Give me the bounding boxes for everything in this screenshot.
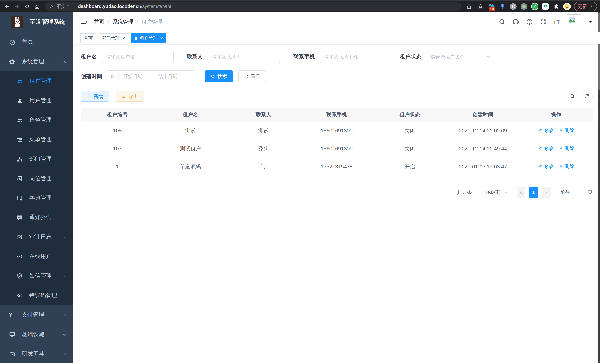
command-extension-icon[interactable]: [509, 3, 517, 10]
refresh-table-button[interactable]: [581, 91, 593, 102]
tab-租户管理[interactable]: 租户管理×: [131, 33, 166, 43]
create-time-range-picker[interactable]: -: [107, 71, 196, 82]
y-extension-icon[interactable]: Y: [531, 3, 538, 10]
app-logo[interactable]: 芋道管理系统: [0, 11, 73, 32]
mobile-input[interactable]: [320, 51, 387, 63]
chrome-update-button[interactable]: 更新: [574, 2, 597, 11]
tab-首页[interactable]: 首页: [80, 33, 96, 43]
url-path: /system/tenant: [141, 4, 171, 9]
status-select-input[interactable]: [426, 51, 494, 63]
reset-button[interactable]: 重置: [238, 71, 266, 82]
org-tree-icon: [16, 156, 23, 162]
delete-tenant-link[interactable]: 删除: [559, 145, 574, 152]
fullscreen-icon[interactable]: [540, 18, 547, 25]
sidebar-item-部门管理[interactable]: 部门管理: [0, 149, 73, 169]
contact-input[interactable]: [208, 51, 280, 63]
breadcrumb-home[interactable]: 首页: [94, 18, 104, 25]
sidebar-item-支付管理[interactable]: ¥支付管理: [0, 305, 73, 325]
refresh-icon: [584, 93, 590, 99]
avatar-caret-down-icon[interactable]: [588, 19, 593, 24]
pinned-extension-icon[interactable]: 10: [488, 3, 495, 10]
status-label: 租户状态: [400, 53, 421, 60]
next-page-button[interactable]: [542, 187, 551, 198]
filter-row-1: 租户名 联系人 联系手机 租户状态: [81, 51, 593, 63]
browser-home-icon[interactable]: [33, 2, 41, 10]
prev-page-button[interactable]: [516, 187, 525, 198]
delete-tenant-link[interactable]: 删除: [559, 127, 574, 134]
goto-label: 前往: [560, 189, 570, 196]
filter-row-2: 创建时间 - 搜索 重置: [81, 71, 593, 82]
kebab-menu-icon[interactable]: [589, 4, 594, 9]
browser-reload-icon[interactable]: [23, 2, 31, 10]
sidebar-item-通知公告[interactable]: 通知公告: [0, 208, 73, 227]
chevron-right-icon: [544, 190, 549, 195]
sidebar-item-系统管理[interactable]: 系统管理: [0, 52, 73, 71]
status-select[interactable]: [426, 51, 494, 63]
user-avatar[interactable]: [567, 14, 581, 29]
sidebar-menu: 首页系统管理租户管理用户管理角色管理菜单管理部门管理岗位管理字典管理通知公告审计…: [0, 32, 73, 363]
start-date-input[interactable]: [118, 74, 148, 79]
chat-extension-icon[interactable]: [542, 3, 549, 10]
sidebar-item-字典管理[interactable]: 字典管理: [0, 188, 73, 208]
address-bar[interactable]: 不安全 dashboard.yudao.iocoder.cn/system/te…: [45, 2, 461, 10]
sidebar-item-研发工具[interactable]: 研发工具: [0, 344, 73, 363]
balloon-extension-icon[interactable]: [499, 3, 506, 10]
page-number-1[interactable]: 1: [529, 187, 538, 198]
sidebar-item-在线用户[interactable]: 在线用户: [0, 247, 73, 266]
tab-部门管理[interactable]: 部门管理×: [99, 33, 129, 43]
goto-page-input[interactable]: [573, 187, 585, 198]
logo-rabbit-icon: [11, 16, 23, 28]
download-icon: [121, 94, 126, 99]
app-title: 芋道管理系统: [30, 18, 65, 26]
edit-tenant-link[interactable]: 修改: [538, 127, 553, 134]
export-button[interactable]: 导出: [116, 91, 144, 102]
edit-tenant-link[interactable]: 修改: [538, 163, 553, 170]
sidebar-item-首页[interactable]: 首页: [0, 32, 73, 52]
search-icon[interactable]: [498, 18, 506, 25]
edit-tenant-link[interactable]: 修改: [538, 145, 553, 152]
tenant-name-input[interactable]: [102, 51, 174, 63]
scrollbar-thumb[interactable]: [598, 13, 600, 91]
url-text: dashboard.yudao.iocoder.cn/system/tenant: [78, 4, 171, 9]
browser-back-icon[interactable]: [3, 2, 11, 10]
sidebar-item-错误码管理[interactable]: 错误码管理: [0, 286, 73, 305]
sidebar-item-岗位管理[interactable]: 岗位管理: [0, 169, 73, 188]
delete-tenant-link[interactable]: 删除: [559, 163, 574, 170]
font-size-icon[interactable]: ᴛT: [553, 19, 560, 25]
column-header: 租户编号: [81, 108, 154, 122]
search-icon: [570, 93, 575, 99]
scrollbar[interactable]: [598, 11, 600, 363]
add-button[interactable]: 新增: [81, 91, 109, 102]
collapse-sidebar-icon[interactable]: [80, 18, 88, 26]
sidebar-item-审计日志[interactable]: 审计日志: [0, 227, 73, 247]
column-header: 创建时间: [446, 108, 519, 122]
omnibox-divider: [74, 4, 74, 9]
search-button[interactable]: 搜索: [205, 71, 233, 82]
plus-icon: [86, 94, 91, 99]
end-date-input[interactable]: [153, 74, 183, 79]
sidebar-item-用户管理[interactable]: 用户管理: [0, 91, 73, 110]
profile-avatar-icon[interactable]: [563, 3, 571, 10]
table-row: 108测试测试15601691300关闭2021-12-14 21:02:09修…: [81, 122, 593, 140]
show-search-toggle-button[interactable]: [567, 91, 578, 102]
sidebar: 芋道管理系统 首页系统管理租户管理用户管理角色管理菜单管理部门管理岗位管理字典管…: [0, 11, 73, 363]
bookmark-star-icon[interactable]: [477, 2, 485, 10]
breadcrumb-system[interactable]: 系统管理: [112, 18, 133, 25]
sidebar-item-菜单管理[interactable]: 菜单管理: [0, 130, 73, 149]
close-tab-icon[interactable]: ×: [160, 36, 163, 41]
extensions-puzzle-icon[interactable]: [553, 3, 560, 10]
github-icon[interactable]: [512, 18, 519, 25]
mobile-label: 联系手机: [293, 53, 315, 60]
sidebar-item-角色管理[interactable]: 角色管理: [0, 110, 73, 130]
sidebar-item-基础设施[interactable]: 基础设施: [0, 325, 73, 344]
page-size-select[interactable]: 10条/页: [479, 187, 512, 198]
chevron-down-icon: [62, 234, 67, 240]
share-icon[interactable]: [465, 2, 473, 10]
sidebar-item-租户管理[interactable]: 租户管理: [0, 71, 73, 91]
close-tab-icon[interactable]: ×: [122, 36, 125, 41]
browser-forward-icon[interactable]: [13, 2, 21, 10]
sidebar-item-短信管理[interactable]: 短信管理: [0, 266, 73, 286]
dot-circle-extension-icon[interactable]: [520, 3, 528, 10]
calendar-icon: [111, 74, 116, 79]
help-icon[interactable]: [526, 18, 533, 25]
